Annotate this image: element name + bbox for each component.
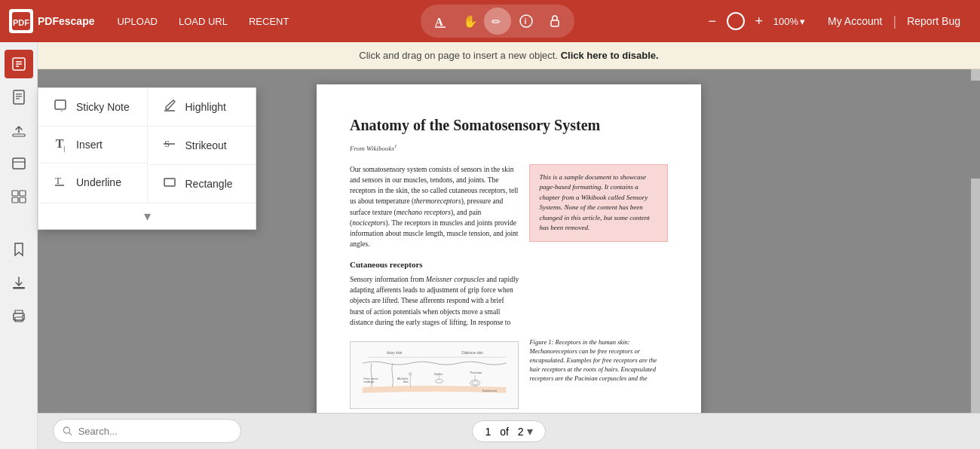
page-dropdown-button[interactable]: ▾	[527, 424, 533, 438]
highlight-svg	[163, 99, 176, 112]
notification-bar: Click and drag on page to insert a new o…	[38, 42, 980, 69]
page-separator	[494, 426, 497, 438]
recent-button[interactable]: RECENT	[244, 13, 293, 30]
svg-text:✋: ✋	[463, 14, 476, 29]
pdf-title: Anatomy of the Somatosensory System	[350, 115, 668, 136]
svg-text:i: i	[524, 17, 526, 26]
notification-link[interactable]: Click here to disable.	[561, 50, 659, 61]
underline-svg: T	[54, 174, 67, 188]
report-bug-button[interactable]: Report Bug	[896, 15, 971, 27]
pdf-page: Anatomy of the Somatosensory System From…	[317, 84, 701, 413]
pdf-col-right: This is a sample document to showcase pa…	[529, 164, 668, 328]
insert-item[interactable]: T| Insert	[38, 127, 147, 163]
menu-col-left: Sticky Note T| Insert T	[38, 88, 148, 203]
svg-rect-13	[14, 90, 24, 104]
sticky-note-item[interactable]: Sticky Note	[38, 88, 147, 126]
edit-icon	[11, 56, 27, 72]
rectangle-label: Rectangle	[185, 178, 233, 190]
pdf-col-left: Our somatosensory system consists of sen…	[350, 164, 519, 328]
upload-icon	[11, 122, 27, 139]
scrollbar-track[interactable]	[971, 69, 980, 413]
rectangle-item[interactable]: Rectangle	[148, 165, 256, 203]
rectangle-svg	[163, 176, 176, 189]
svg-text:Epidermis: Epidermis	[482, 389, 498, 392]
svg-point-54	[63, 427, 69, 433]
sidebar-bookmark-button[interactable]	[5, 235, 33, 264]
hand-icon: ✋	[461, 14, 476, 29]
zoom-percent: 100%	[773, 16, 798, 27]
sidebar-page-view-button[interactable]	[5, 149, 33, 178]
strikeout-svg: S	[163, 137, 176, 151]
pdf-columns: Our somatosensory system consists of sen…	[350, 164, 668, 328]
svg-rect-26	[15, 317, 23, 322]
zoom-circle	[727, 12, 745, 30]
svg-rect-34	[164, 179, 175, 186]
sticky-note-label: Sticky Note	[76, 101, 130, 113]
strikeout-icon: S	[161, 137, 178, 154]
svg-text:T: T	[55, 175, 61, 186]
svg-text:✏: ✏	[492, 15, 501, 28]
lock-tool-button[interactable]	[541, 8, 568, 35]
svg-rect-24	[13, 287, 25, 289]
logo: PDF PDFescape	[9, 9, 94, 33]
strikeout-item[interactable]: S Strikeout	[148, 127, 256, 164]
menu-row-1: Sticky Note T| Insert T	[38, 88, 256, 203]
svg-text:Ruffini: Ruffini	[434, 372, 443, 376]
sidebar-thumbnail-button[interactable]	[5, 182, 33, 211]
chevron-down-icon: ▾	[144, 208, 151, 225]
figure-caption-area: Figure 1: Receptors in the human skin: M…	[529, 335, 668, 409]
pencil-icon: ✏	[490, 14, 505, 29]
svg-rect-8	[551, 20, 559, 26]
sidebar-edit-button[interactable]	[5, 50, 33, 78]
zoom-dropdown-button[interactable]: ▾	[800, 16, 805, 27]
search-input[interactable]	[78, 426, 231, 437]
sidebar-download-button[interactable]	[5, 268, 33, 297]
toolbar-center: A ✋ ✏ i	[421, 5, 574, 38]
svg-point-27	[22, 315, 23, 316]
figure-image-area: Hairy skin Glabrous skin Epidermis	[350, 335, 519, 409]
skin-diagram-svg: Hairy skin Glabrous skin Epidermis	[351, 342, 518, 408]
svg-text:PDF: PDF	[13, 18, 29, 27]
logo-svg: PDF	[11, 11, 32, 32]
sidebar-print-button[interactable]	[5, 301, 33, 330]
hand-tool-button[interactable]: ✋	[455, 8, 482, 35]
underline-item[interactable]: T Underline	[38, 163, 147, 201]
svg-text:A: A	[435, 16, 443, 28]
top-right-links: My Account | Report Bug	[817, 14, 971, 29]
download-icon	[11, 274, 27, 291]
logo-icon: PDF	[9, 9, 33, 33]
text-tool-button[interactable]: A	[427, 8, 454, 35]
svg-text:disc: disc	[403, 380, 409, 383]
pdf-subtitle: From Wikibooks1	[350, 143, 668, 154]
bookmark-icon	[11, 241, 27, 258]
search-bar[interactable]	[53, 419, 241, 443]
sidebar-upload-button[interactable]	[5, 116, 33, 145]
page-view-icon	[11, 155, 27, 172]
sticky-note-svg	[54, 99, 67, 112]
notification-text: Click and drag on page to insert a new o…	[359, 50, 558, 61]
svg-rect-23	[20, 197, 26, 203]
upload-button[interactable]: UPLOAD	[112, 13, 161, 30]
highlight-item[interactable]: Highlight	[148, 88, 256, 126]
svg-rect-20	[12, 191, 18, 196]
highlight-icon	[161, 99, 178, 115]
svg-text:Hairy skin: Hairy skin	[387, 351, 403, 355]
svg-rect-17	[13, 134, 25, 136]
logo-text: PDFescape	[38, 15, 94, 27]
pencil-tool-button[interactable]: ✏	[484, 8, 511, 35]
zoom-in-button[interactable]: +	[748, 10, 770, 32]
my-account-button[interactable]: My Account	[817, 15, 893, 27]
highlight-label: Highlight	[185, 101, 226, 113]
svg-text:endings: endings	[363, 380, 374, 383]
load-url-button[interactable]: LOAD URL	[174, 13, 232, 30]
info-tool-button[interactable]: i	[513, 8, 540, 35]
svg-text:Pacinian: Pacinian	[470, 371, 482, 374]
menu-more-button[interactable]: ▾	[38, 203, 256, 229]
sidebar-document-button[interactable]	[5, 83, 33, 111]
search-icon	[63, 426, 72, 436]
scrollbar-thumb[interactable]	[971, 81, 980, 179]
zoom-out-button[interactable]: −	[701, 10, 724, 32]
text-icon: A	[433, 14, 448, 29]
bottom-bar: 1 of 2 ▾	[38, 413, 980, 449]
page-of: of	[500, 426, 509, 438]
